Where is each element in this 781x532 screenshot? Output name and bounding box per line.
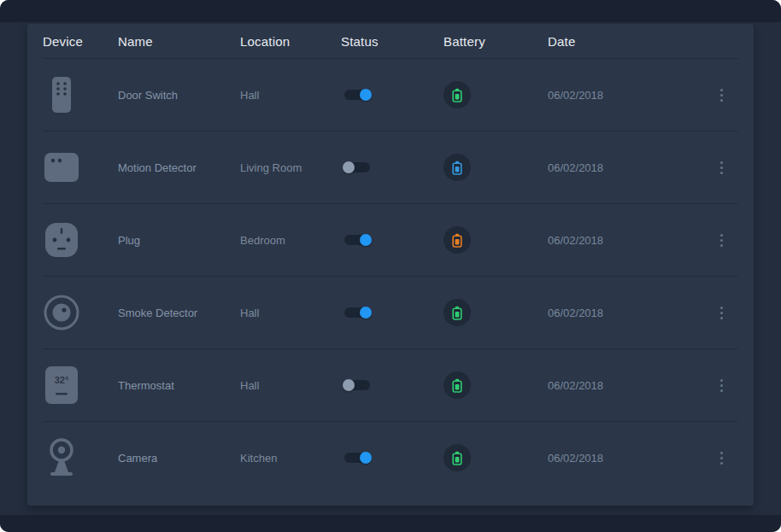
device-location: Hall <box>240 379 341 392</box>
device-location: Bedroom <box>240 234 341 247</box>
device-name: Camera <box>118 452 240 465</box>
table-row: Camera Kitchen 06/02/2018 <box>43 421 738 494</box>
device-table-panel: Device Name Location Status Battery Date <box>27 24 754 506</box>
battery-indicator <box>443 226 471 254</box>
camera-icon <box>43 437 80 478</box>
table-row: Smoke Detector Hall 06/02/2018 <box>43 276 738 348</box>
device-date: 06/02/2018 <box>548 452 704 465</box>
device-location: Hall <box>240 307 341 319</box>
device-date: 06/02/2018 <box>548 89 704 102</box>
device-name: Motion Detector <box>118 161 240 174</box>
battery-indicator <box>443 154 471 181</box>
column-header-date: Date <box>548 34 704 49</box>
row-menu-button[interactable] <box>716 230 727 251</box>
device-date: 06/02/2018 <box>548 307 704 319</box>
motion-detector-icon <box>43 147 80 188</box>
status-toggle[interactable] <box>344 307 370 318</box>
toggle-knob <box>360 307 372 319</box>
row-menu-button[interactable] <box>716 85 727 106</box>
table-row: Plug Bedroom 06/02/2018 <box>43 203 738 276</box>
window-top-bar <box>0 0 781 22</box>
table-header: Device Name Location Status Battery Date <box>43 24 738 58</box>
status-toggle[interactable] <box>344 162 370 172</box>
status-toggle[interactable] <box>344 453 370 463</box>
plug-icon <box>43 219 80 260</box>
status-toggle[interactable] <box>344 90 370 100</box>
battery-indicator <box>443 371 471 399</box>
table-row: 32° Thermostat Hall 06/02/2018 <box>43 348 738 421</box>
row-menu-button[interactable] <box>716 302 727 324</box>
device-location: Hall <box>240 89 341 102</box>
smart-home-app-window: Device Name Location Status Battery Date <box>0 0 781 532</box>
column-header-status: Status <box>341 34 443 49</box>
battery-indicator <box>443 444 471 471</box>
device-icon-cell <box>43 74 118 115</box>
device-name: Smoke Detector <box>118 307 240 319</box>
column-header-name: Name <box>118 34 240 49</box>
device-icon-cell <box>43 147 118 188</box>
device-icon-cell: 32° <box>43 365 118 406</box>
device-name: Door Switch <box>118 89 240 102</box>
device-icon-cell <box>43 219 118 260</box>
status-toggle[interactable] <box>344 235 370 245</box>
toggle-knob <box>343 161 355 173</box>
column-header-device: Device <box>43 34 118 49</box>
column-header-location: Location <box>240 34 341 49</box>
status-toggle[interactable] <box>344 380 370 390</box>
toggle-knob <box>343 379 355 391</box>
device-date: 06/02/2018 <box>548 234 704 247</box>
row-menu-button[interactable] <box>716 157 727 178</box>
battery-indicator <box>443 81 471 108</box>
table-row: Door Switch Hall 06/02/2018 <box>43 58 738 131</box>
device-date: 06/02/2018 <box>548 161 704 174</box>
smoke-detector-icon <box>43 292 80 333</box>
thermostat-display: 32° <box>55 375 69 385</box>
battery-indicator <box>443 299 471 326</box>
device-icon-cell <box>43 437 118 478</box>
device-name: Thermostat <box>118 379 240 392</box>
device-location: Kitchen <box>240 452 341 465</box>
device-name: Plug <box>118 234 240 247</box>
device-location: Living Room <box>240 161 341 174</box>
device-icon-cell <box>43 292 118 333</box>
window-bottom-bar <box>0 515 781 532</box>
thermostat-icon: 32° <box>43 365 80 406</box>
device-date: 06/02/2018 <box>548 379 704 392</box>
row-menu-button[interactable] <box>716 447 727 469</box>
column-header-battery: Battery <box>443 34 548 49</box>
toggle-knob <box>360 452 372 464</box>
row-menu-button[interactable] <box>716 375 727 396</box>
table-row: Motion Detector Living Room 06/02/2018 <box>43 131 738 203</box>
remote-icon <box>43 74 80 115</box>
toggle-knob <box>360 234 372 246</box>
toggle-knob <box>360 89 372 101</box>
